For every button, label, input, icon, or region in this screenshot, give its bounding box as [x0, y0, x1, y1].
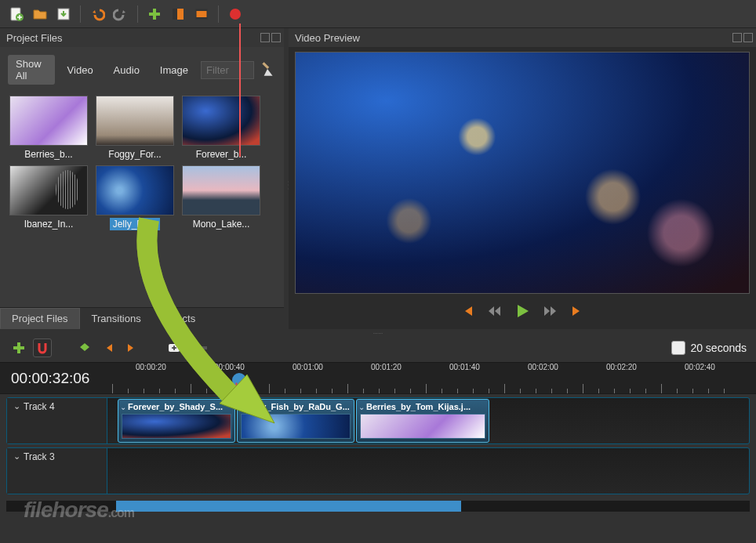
thumbnail-label: Mono_Lake... [190, 218, 253, 230]
timeline-clip[interactable]: ⌄Jelly_Fish_by_RaDu_G... [237, 399, 354, 443]
ruler-tick-label: 00:01:40 [449, 363, 480, 371]
preview-controls [295, 294, 750, 324]
media-filter-row: Show All Video Audio Image [0, 47, 284, 92]
media-thumbnail[interactable]: Mono_Lake... [180, 165, 262, 230]
clip-name: Berries_by_Tom_Kijas.j... [366, 402, 471, 411]
project-files-label: Project Files [6, 32, 63, 44]
thumbnail-image [182, 96, 260, 146]
thumbnail-label: Forever_b... [193, 148, 250, 161]
chevron-down-icon: ⌄ [239, 403, 245, 411]
rewind-button[interactable] [486, 303, 502, 321]
next-marker-button[interactable] [122, 338, 141, 357]
timeline-scrollbar-thumb[interactable] [116, 501, 461, 512]
timeline-clip[interactable]: ⌄Forever_by_Shady_S... [118, 399, 235, 443]
jump-start-button[interactable] [460, 303, 475, 321]
media-thumbnail[interactable]: Forever_b... [180, 96, 262, 161]
add-track-button[interactable] [9, 338, 28, 357]
thumbnail-image [96, 165, 174, 215]
fullscreen-button[interactable] [191, 4, 212, 24]
video-preview-label: Video Preview [295, 32, 360, 44]
watermark: filehorse.com [24, 498, 134, 523]
zoom-slider[interactable] [188, 346, 207, 349]
tab-transitions[interactable]: Transitions [80, 308, 153, 329]
redo-button[interactable] [111, 4, 131, 24]
watermark-text: filehorse [24, 498, 108, 522]
video-preview[interactable] [295, 52, 750, 294]
track-3: ⌄ Track 3 [6, 447, 750, 494]
chevron-down-icon: ⌄ [13, 451, 20, 462]
choose-profile-button[interactable] [168, 4, 188, 24]
track-3-body[interactable] [107, 448, 749, 494]
thumbnail-image [9, 165, 88, 215]
snapping-button[interactable] [33, 338, 52, 357]
center-playhead-button[interactable] [165, 338, 184, 357]
ruler-tick-label: 00:00:20 [136, 363, 166, 371]
watermark-suffix: .com [108, 506, 134, 519]
zoom-label: 20 seconds [690, 342, 747, 354]
filter-tab-image[interactable]: Image [152, 61, 196, 79]
chevron-down-icon: ⌄ [358, 403, 365, 411]
current-time-display: 00:00:32:06 [0, 363, 108, 393]
export-button[interactable] [225, 4, 245, 24]
thumbnail-image [182, 165, 260, 215]
svg-point-8 [230, 9, 241, 20]
video-preview-panel: Video Preview [289, 28, 756, 329]
track-4-body[interactable]: ⌄Forever_by_Shady_S...⌄Jelly_Fish_by_RaD… [107, 398, 749, 443]
thumbnail-label: Jelly_Fis... [110, 218, 161, 230]
open-project-button[interactable] [30, 4, 50, 24]
playhead[interactable] [229, 370, 249, 389]
timeline-ruler[interactable]: 00:00:2000:00:4000:01:0000:01:2000:01:40… [108, 363, 756, 393]
timeline-clip[interactable]: ⌄Berries_by_Tom_Kijas.j... [356, 399, 489, 443]
chevron-down-icon: ⌄ [120, 403, 126, 411]
clip-name: Jelly_Fish_by_RaDu_G... [247, 402, 350, 411]
video-preview-title: Video Preview [289, 28, 756, 47]
thumbnail-image [96, 96, 174, 146]
clip-thumbnail [122, 414, 231, 439]
clear-filter-button[interactable] [259, 60, 276, 80]
media-thumbnail[interactable]: Ibanez_In... [8, 165, 89, 230]
clip-name: Forever_by_Shady_S... [128, 402, 223, 411]
timeline-ruler-row: 00:00:32:06 00:00:2000:00:4000:01:0000:0… [0, 363, 756, 394]
filter-tab-show-all[interactable]: Show All [8, 55, 55, 85]
play-button[interactable] [513, 302, 532, 323]
ruler-tick-label: 00:02:00 [528, 363, 558, 371]
new-project-button[interactable] [6, 4, 27, 24]
panel-window-icons[interactable] [732, 33, 753, 42]
clip-thumbnail [241, 414, 351, 439]
ruler-tick-label: 00:02:20 [606, 363, 637, 371]
panel-window-icons[interactable] [260, 33, 281, 42]
ruler-tick-label: 00:01:20 [371, 363, 402, 371]
track-3-header[interactable]: ⌄ Track 3 [7, 448, 107, 494]
thumbnail-label: Ibanez_In... [21, 218, 77, 230]
svg-rect-4 [173, 9, 177, 20]
ruler-tick-label: 00:00:40 [214, 363, 245, 371]
filter-tab-audio[interactable]: Audio [106, 61, 147, 79]
playhead-line [239, 24, 241, 157]
project-files-panel: Project Files Show All Video Audio Image… [0, 28, 284, 329]
undo-button[interactable] [87, 4, 107, 24]
tab-project-files[interactable]: Project Files [0, 308, 80, 329]
media-thumbnail[interactable]: Jelly_Fis... [94, 165, 176, 230]
filter-input[interactable] [201, 61, 254, 79]
thumbnail-label: Berries_b... [21, 148, 75, 161]
fast-forward-button[interactable] [543, 303, 558, 321]
timeline-toolbar: 20 seconds [0, 334, 756, 363]
track-4: ⌄ Track 4 ⌄Forever_by_Shady_S...⌄Jelly_F… [6, 397, 750, 444]
track-3-name: Track 3 [24, 451, 55, 462]
add-marker-button[interactable] [75, 338, 94, 357]
track-4-name: Track 4 [24, 401, 55, 412]
save-project-button[interactable] [53, 4, 74, 24]
ruler-tick-label: 00:01:00 [293, 363, 323, 371]
svg-rect-7 [196, 17, 207, 19]
project-files-title: Project Files [0, 28, 284, 47]
filter-tab-video[interactable]: Video [60, 61, 101, 79]
media-thumbnail[interactable]: Berries_b... [8, 96, 89, 161]
left-bottom-tabs: Project Files Transitions Effects [0, 307, 284, 329]
media-thumbnail[interactable]: Foggy_For... [94, 96, 176, 161]
tab-effects[interactable]: Effects [153, 308, 208, 329]
zoom-preset-button[interactable] [671, 341, 685, 355]
jump-end-button[interactable] [569, 303, 585, 321]
track-4-header[interactable]: ⌄ Track 4 [7, 398, 107, 443]
previous-marker-button[interactable] [99, 338, 118, 357]
import-files-button[interactable] [144, 4, 165, 24]
